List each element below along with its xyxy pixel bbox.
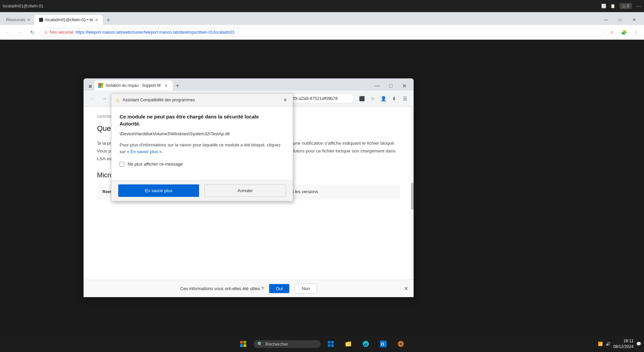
inner-bookmark-btn[interactable]: ☆: [368, 94, 377, 103]
inner-sidebar-btn[interactable]: ≡: [86, 82, 94, 91]
outer-url-text: https://teleport.maison.lab/web/cluster/…: [75, 30, 235, 35]
firefox-icon: [397, 341, 404, 347]
rd-alert[interactable]: ⚠ 0: [619, 3, 632, 9]
network-icon: 📶: [598, 342, 603, 346]
compat-main-title: Ce module ne peut pas être chargé dans l…: [120, 113, 285, 127]
new-tab-button[interactable]: +: [103, 15, 113, 25]
compat-dialog-header: ⚠ Assistant Compatibilité des programmes…: [111, 94, 293, 106]
outer-maximize-btn[interactable]: □: [613, 15, 627, 25]
notification-icon[interactable]: 💬: [636, 342, 641, 346]
inner-titlebar: ≡ Isolation du noyau · Support M ✕ +: [84, 78, 414, 91]
outer-win-controls: — □ ✕: [599, 15, 641, 25]
taskbar-firefox[interactable]: [393, 337, 408, 351]
rd-screen-icon[interactable]: ⬜: [601, 4, 606, 8]
compat-learn-more-btn[interactable]: En savoir plus: [118, 184, 199, 197]
inner-menu-btn[interactable]: ☰: [400, 94, 410, 103]
svg-text:O: O: [381, 342, 384, 347]
svg-rect-16: [328, 341, 330, 344]
inner-new-tab[interactable]: +: [173, 81, 182, 91]
rd-clipboard-icon[interactable]: 📋: [610, 4, 615, 8]
outer-reload-btn[interactable]: ↻: [28, 28, 37, 37]
inner-tab-close[interactable]: ✕: [163, 83, 169, 88]
outer-bookmark-btn[interactable]: ☆: [607, 28, 616, 37]
page-scrollbar[interactable]: [411, 107, 414, 297]
inner-tab-active[interactable]: Isolation du noyau · Support M ✕: [94, 80, 173, 91]
rd-title-user: localadm01@cltwin-01: [3, 4, 43, 8]
outer-chrome-browser: Resources ✕ localadm01@cltwin-01 • te ✕ …: [0, 12, 644, 336]
compat-checkbox[interactable]: [120, 162, 124, 167]
inner-extensions-btn[interactable]: ⬛: [357, 94, 366, 103]
inner-back-btn[interactable]: ←: [88, 94, 97, 103]
outer-tab-cltwin-label: localadm01@cltwin-01 • te: [45, 17, 93, 22]
scrollbar-thumb[interactable]: [411, 183, 414, 210]
svg-point-27: [399, 343, 402, 345]
outer-tab-cltwin[interactable]: localadm01@cltwin-01 • te ✕: [34, 15, 103, 25]
compat-warn-icon: ⚠: [116, 97, 120, 103]
ms-favicon: [98, 83, 103, 88]
inner-minimize-btn[interactable]: —: [371, 81, 384, 91]
outer-back-btn[interactable]: ←: [3, 28, 13, 37]
outer-tab-icon: [39, 18, 43, 22]
svg-rect-10: [98, 85, 101, 88]
widgets-icon: [328, 341, 334, 347]
svg-rect-14: [240, 344, 243, 347]
compat-cancel-btn[interactable]: Annuler: [204, 184, 286, 197]
compat-checkbox-row: Ne plus afficher ce message: [120, 162, 285, 167]
svg-rect-18: [328, 344, 330, 347]
outer-tab-resources[interactable]: Resources ✕: [3, 15, 34, 25]
compat-dialog: ⚠ Assistant Compatibilité des programmes…: [111, 94, 293, 201]
insecure-label: Non sécurisé: [50, 30, 73, 35]
feedback-non-btn[interactable]: Non: [295, 284, 317, 293]
svg-rect-15: [244, 344, 246, 347]
rd-titlebar: localadm01@cltwin-01 ⬜ 📋 ⚠ 0 ⋯: [0, 0, 644, 12]
outer-extensions-btn[interactable]: 🧩: [619, 28, 629, 37]
taskbar-search[interactable]: 🔍 Rechercher: [253, 340, 321, 348]
clock-display: 18:11 08/12/2024: [613, 338, 634, 350]
taskbar-file-explorer[interactable]: [341, 337, 356, 351]
inner-maximize-btn[interactable]: □: [384, 81, 397, 91]
svg-rect-12: [240, 341, 243, 344]
inner-profile-btn[interactable]: 👤: [379, 94, 388, 103]
compat-dialog-body: Ce module ne peut pas être chargé dans l…: [111, 106, 293, 180]
outer-tabbar: Resources ✕ localadm01@cltwin-01 • te ✕ …: [0, 12, 644, 25]
outer-tab-cltwin-close[interactable]: ✕: [95, 18, 98, 22]
inner-download-btn[interactable]: ⬇: [389, 94, 399, 103]
outer-close-btn[interactable]: ✕: [627, 15, 641, 25]
compat-filepath: \Device\HarddiskVolume3\Windows\System32…: [120, 131, 285, 136]
rd-controls: ⬜ 📋 ⚠ 0 ⋯: [601, 3, 641, 9]
file-explorer-icon: [345, 341, 352, 347]
volume-icon: 🔊: [606, 342, 611, 346]
compat-dialog-title: Assistant Compatibilité des programmes: [123, 98, 279, 102]
search-icon: 🔍: [257, 342, 263, 347]
outer-url-input[interactable]: ⚠ Non sécurisé https://teleport.maison.l…: [40, 28, 604, 37]
start-button[interactable]: [236, 337, 251, 351]
windows-logo: [240, 341, 246, 347]
time-value: 18:11: [613, 338, 634, 344]
insecure-icon: ⚠: [44, 30, 48, 35]
taskbar: 🔍 Rechercher: [0, 336, 644, 352]
feedback-question: Ces informations vous ont-elles été util…: [180, 286, 264, 291]
outer-tab-resources-label: Resources: [6, 17, 25, 22]
feedback-close-btn[interactable]: ✕: [404, 285, 408, 292]
inner-close-btn[interactable]: ✕: [397, 81, 411, 91]
taskbar-right: 📶 🔊 18:11 08/12/2024 💬: [598, 338, 641, 350]
taskbar-widgets[interactable]: [323, 337, 338, 351]
svg-point-22: [364, 344, 368, 346]
inner-forward-btn[interactable]: →: [100, 94, 109, 103]
taskbar-outlook[interactable]: O: [376, 337, 391, 351]
taskbar-center: 🔍 Rechercher: [236, 337, 408, 351]
outer-forward-btn[interactable]: →: [15, 28, 25, 37]
compat-checkbox-label[interactable]: Ne plus afficher ce message: [128, 162, 183, 167]
outer-menu-btn[interactable]: ⋮: [631, 28, 641, 37]
compat-close-btn[interactable]: ✕: [282, 97, 289, 103]
compat-info-link[interactable]: En savoir plus: [131, 149, 158, 154]
outlook-icon: O: [380, 341, 387, 347]
outer-url-bar: ← → ↻ ⚠ Non sécurisé https://teleport.ma…: [0, 25, 644, 40]
rd-menu-icon[interactable]: ⋯: [636, 3, 641, 9]
taskbar-edge[interactable]: [358, 337, 373, 351]
outer-tab-resources-close[interactable]: ✕: [27, 18, 30, 22]
outer-minimize-btn[interactable]: —: [599, 15, 613, 25]
inner-win-controls: — □ ✕: [371, 81, 411, 91]
inner-tab-label: Isolation du noyau · Support M: [106, 83, 161, 88]
feedback-oui-btn[interactable]: Oui: [269, 284, 289, 293]
